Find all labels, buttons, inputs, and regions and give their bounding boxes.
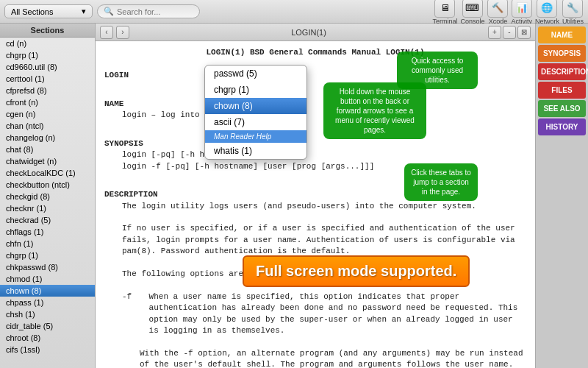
nav-path: LOGIN(1) xyxy=(132,28,485,37)
sidebar-item[interactable]: chmod (1) xyxy=(0,273,95,285)
sidebar-item[interactable]: cifs (1ssl) xyxy=(0,344,95,355)
name-content: login – log into the computer xyxy=(104,110,526,121)
back-button[interactable]: ‹ xyxy=(100,26,113,39)
dropdown-item-chgrp[interactable]: chgrp (1) xyxy=(205,82,306,98)
sidebar-item[interactable]: checknr (1) xyxy=(0,202,95,214)
utilities-button[interactable]: 🔧 xyxy=(562,0,583,18)
activity-button[interactable]: 📊 xyxy=(512,0,532,18)
synopsis-line1: login [-pq] [-h hostname] [user] xyxy=(104,149,526,160)
sidebar-item[interactable]: checkbutton (ntcl) xyxy=(0,179,95,191)
option-f-block: -f When a user name is specified, this o… xyxy=(104,291,526,337)
hold-mouse-bubble: Hold down the mouse button on the back o… xyxy=(323,82,426,139)
sidebar-item[interactable]: chflags (1) xyxy=(0,226,95,238)
sidebar-list: cd (n)chgrp (1)cd9660.util (8)certtool (… xyxy=(0,38,95,368)
synopsis-section-header: SYNOPSIS xyxy=(104,138,526,149)
sidebar-item[interactable]: checkgid (8) xyxy=(0,191,95,202)
sidebar-item[interactable]: checkLocalKDC (1) xyxy=(0,167,95,179)
zoom-fit-button[interactable]: ⊠ xyxy=(517,26,531,39)
sidebar-item[interactable]: cidr_table (5) xyxy=(0,320,95,332)
sidebar-item[interactable]: cd (n) xyxy=(0,38,95,49)
xcode-button[interactable]: 🔨 xyxy=(487,0,508,18)
content-area: ‹ › LOGIN(1) + - ⊠ LOGIN(1) BSD General … xyxy=(96,24,535,368)
sidebar-item[interactable]: cgen (n) xyxy=(0,108,95,120)
sidebar-header: Sections xyxy=(0,24,95,38)
tab-see-also[interactable]: SEE ALSO xyxy=(538,100,586,117)
sidebar-item[interactable]: chat (8) xyxy=(0,144,95,155)
sidebar-item[interactable]: checkrad (5) xyxy=(0,214,95,226)
sidebar-item[interactable]: cfront (n) xyxy=(0,96,95,108)
zoom-in-button[interactable]: + xyxy=(488,26,501,39)
sidebar: Sections cd (n)chgrp (1)cd9660.util (8)c… xyxy=(0,24,96,368)
toolbar-icons: 🖥 Terminal ⌨ Console 🔨 Xcode 📊 Activity … xyxy=(432,0,584,25)
search-icon: 🔍 xyxy=(104,7,114,16)
sidebar-item[interactable]: cfprefsd (8) xyxy=(0,85,95,96)
desc-p2: If no user is specified, or if a user is… xyxy=(104,223,526,257)
fullscreen-banner: Full screen mode supported. xyxy=(243,255,470,287)
dropdown-item-chown[interactable]: chown (8) xyxy=(205,98,306,114)
sidebar-item[interactable]: chkpasswd (8) xyxy=(0,261,95,273)
page-content[interactable]: LOGIN(1) BSD General Commands Manual LOG… xyxy=(96,41,535,368)
chevron-down-icon: ▾ xyxy=(82,7,86,16)
tab-synopsis[interactable]: SYNOPSIS xyxy=(538,45,586,62)
sidebar-item[interactable]: chsh (1) xyxy=(0,308,95,320)
sidebar-item[interactable]: chan (ntcl) xyxy=(0,120,95,132)
forward-button[interactable]: › xyxy=(116,26,129,39)
sidebar-item[interactable]: chatwidget (n) xyxy=(0,155,95,167)
search-box[interactable]: 🔍 xyxy=(97,4,200,18)
sidebar-item[interactable]: chgrp (1) xyxy=(0,49,95,61)
sidebar-item[interactable]: certtool (1) xyxy=(0,73,95,85)
zoom-out-button[interactable]: - xyxy=(503,26,516,39)
terminal-button[interactable]: 🖥 xyxy=(434,0,455,18)
sidebar-item[interactable]: cd9660.util (8) xyxy=(0,61,95,73)
main-area: Sections cd (n)chgrp (1)cd9660.util (8)c… xyxy=(0,24,588,368)
dropdown-item-whatis[interactable]: whatis (1) xyxy=(205,143,306,159)
name-section-header: NAME xyxy=(104,99,526,110)
tab-name[interactable]: NAME xyxy=(538,26,586,43)
desc-p1: The login utility logs users (and pseudo… xyxy=(104,201,526,212)
dropdown-menu: passwd (5) chgrp (1) chown (8) ascii (7)… xyxy=(204,65,307,160)
dropdown-item-passwd[interactable]: passwd (5) xyxy=(205,66,306,82)
click-tabs-bubble: Click these tabs to jump to a section in… xyxy=(404,163,478,201)
sidebar-item[interactable]: chgrp (1) xyxy=(0,250,95,261)
network-button[interactable]: 🌐 xyxy=(537,0,557,18)
right-tabs: NAME SYNOPSIS DESCRIPTION FILES SEE ALSO… xyxy=(535,24,588,368)
dropdown-item-ascii[interactable]: ascii (7) xyxy=(205,114,306,130)
sections-dropdown[interactable]: All Sections ▾ xyxy=(4,4,93,18)
sidebar-item[interactable]: chown (8) xyxy=(0,285,95,297)
tab-files[interactable]: FILES xyxy=(538,82,586,99)
search-input[interactable] xyxy=(117,7,190,16)
sidebar-item[interactable]: chfn (1) xyxy=(0,238,95,250)
option-f-extra: With the -f option, an alternate program… xyxy=(104,348,526,368)
sections-label: All Sections xyxy=(11,7,53,16)
option-f-text: When a user name is specified, this opti… xyxy=(149,291,524,337)
man-reader-help: Man Reader Help xyxy=(205,130,306,143)
toolbar: All Sections ▾ 🔍 🖥 Terminal ⌨ Console 🔨 … xyxy=(0,0,588,24)
sidebar-item[interactable]: chroot (8) xyxy=(0,332,95,344)
console-button[interactable]: ⌨ xyxy=(462,0,483,18)
nav-bar: ‹ › LOGIN(1) + - ⊠ xyxy=(96,24,535,41)
tab-description[interactable]: DESCRIPTION xyxy=(538,63,586,80)
tab-history[interactable]: HISTORY xyxy=(538,118,586,135)
sidebar-item[interactable]: chpass (1) xyxy=(0,297,95,308)
sidebar-item[interactable]: changelog (n) xyxy=(0,132,95,144)
